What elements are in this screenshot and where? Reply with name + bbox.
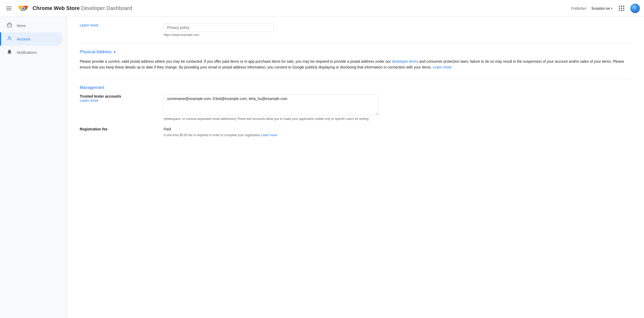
management-title-text: Management <box>80 85 104 90</box>
main-content: Learn more https://www.example.com Physi… <box>67 17 644 318</box>
trusted-tester-label: Trusted tester accounts <box>80 94 153 98</box>
sidebar-item-notifications[interactable]: Notifications <box>0 46 63 59</box>
account-label: Account <box>17 37 30 41</box>
section-divider-2 <box>80 79 631 79</box>
chevron-down-icon: ▾ <box>611 7 613 10</box>
section-divider-1 <box>80 43 631 43</box>
trusted-tester-label-col: Trusted tester accounts Learn more <box>80 94 153 103</box>
privacy-policy-row: Learn more https://www.example.com <box>80 23 631 37</box>
notifications-icon <box>6 49 13 56</box>
publisher-label: Publisher: <box>571 6 587 10</box>
main-layout: Items Account Notifications <box>0 17 644 318</box>
trusted-tester-row: Trusted tester accounts Learn more somen… <box>80 94 631 121</box>
physical-address-title-text: Physical Address <box>80 50 112 54</box>
trusted-tester-learn-more-link[interactable]: Learn more <box>80 98 99 103</box>
privacy-policy-learn-more-link[interactable]: Learn more <box>80 23 99 27</box>
grid-dots-icon <box>619 6 624 11</box>
svg-point-3 <box>22 7 24 10</box>
notifications-label: Notifications <box>17 50 37 55</box>
apps-grid-button[interactable] <box>617 4 626 13</box>
physical-address-learn-more-link[interactable]: Learn more <box>433 65 452 69</box>
items-label: Items <box>17 24 26 28</box>
physical-address-section: Physical Address ▾ Please provide a curr… <box>80 50 631 70</box>
privacy-policy-input[interactable] <box>164 23 274 32</box>
privacy-policy-input-col: https://www.example.com <box>164 23 631 37</box>
account-icon <box>6 35 13 43</box>
publisher-selector[interactable]: funastor-se ▾ <box>592 6 613 10</box>
developer-terms-link[interactable]: developer terms <box>392 59 418 63</box>
privacy-policy-label-col: Learn more <box>80 23 153 27</box>
privacy-policy-hint: https://www.example.com <box>164 33 631 37</box>
registration-fee-learn-more-link[interactable]: Learn more <box>261 133 277 137</box>
header-right: Publisher: funastor-se ▾ <box>571 4 640 13</box>
sidebar-item-account[interactable]: Account <box>0 32 63 46</box>
sidebar: Items Account Notifications <box>0 17 67 318</box>
physical-address-title[interactable]: Physical Address ▾ <box>80 50 631 54</box>
user-avatar[interactable] <box>630 4 640 13</box>
registration-fee-value: Paid <box>164 127 631 131</box>
app-name-label: Chrome Web Store <box>33 5 80 11</box>
registration-fee-value-col: Paid A one-time $5.00 fee is required in… <box>164 127 631 137</box>
svg-point-5 <box>8 36 10 38</box>
trusted-tester-hint: (whitespace- or comma-separated email ad… <box>164 117 379 121</box>
chrome-logo-icon <box>18 3 28 14</box>
items-icon <box>6 22 13 29</box>
dashboard-label: Developer Dashboard <box>81 5 132 11</box>
hamburger-menu[interactable] <box>4 4 14 12</box>
registration-fee-row: Registration fee Paid A one-time $5.00 f… <box>80 127 631 137</box>
registration-fee-label: Registration fee <box>80 127 153 131</box>
trusted-tester-textarea[interactable]: somename@example.com, fr3ed@example.com,… <box>164 94 379 115</box>
registration-fee-hint: A one-time $5.00 fee is required in orde… <box>164 133 631 137</box>
address-description: Please provide a current, valid postal a… <box>80 59 631 70</box>
publisher-name-text: funastor-se <box>592 6 610 10</box>
app-header: Chrome Web Store Developer Dashboard Pub… <box>0 0 644 17</box>
sidebar-item-items[interactable]: Items <box>0 19 63 32</box>
physical-address-expand-icon: ▾ <box>114 50 116 54</box>
header-left: Chrome Web Store Developer Dashboard <box>4 3 132 14</box>
logo-container <box>18 3 28 14</box>
management-title: Management <box>80 85 631 90</box>
trusted-tester-input-col: somename@example.com, fr3ed@example.com,… <box>164 94 631 121</box>
registration-fee-label-col: Registration fee <box>80 127 153 131</box>
header-title: Chrome Web Store Developer Dashboard <box>33 5 132 11</box>
management-section: Management Trusted tester accounts Learn… <box>80 85 631 137</box>
